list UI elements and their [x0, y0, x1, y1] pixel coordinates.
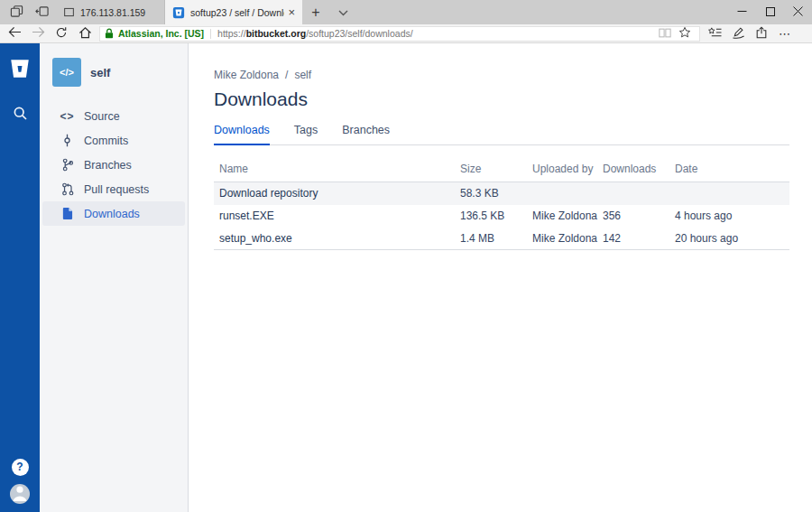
bitbucket-favicon-icon	[172, 6, 185, 19]
share-button[interactable]	[750, 24, 773, 42]
downloads-table: Name Size Uploaded by Downloads Date Dow…	[214, 160, 789, 250]
person-icon	[10, 484, 30, 504]
cell-date: 20 hours ago	[675, 228, 789, 250]
cell-name[interactable]: runset.EXE	[214, 205, 460, 228]
browser-tab-inactive[interactable]: 176.113.81.159	[55, 0, 165, 24]
restore-tabs-icon	[35, 5, 49, 21]
cell-uploaded-by: Mike Zoldona	[532, 228, 603, 250]
sidebar-item-branches[interactable]: Branches	[42, 153, 185, 177]
forward-arrow-icon	[32, 26, 45, 41]
table-row: Download repository 58.3 KB	[214, 182, 789, 205]
sidebar-item-label: Commits	[84, 135, 128, 147]
cell-uploaded-by: Mike Zoldona	[532, 205, 603, 228]
maximize-button[interactable]	[756, 0, 784, 24]
set-aside-tabs-button[interactable]	[6, 4, 26, 22]
sidebar-item-label: Source	[84, 110, 120, 123]
url-path: /softup23/self/downloads/	[306, 28, 413, 39]
cell-name[interactable]: setup_who.exe	[214, 228, 460, 250]
window-controls	[728, 0, 812, 24]
tab-preview-chevron-button[interactable]	[329, 0, 356, 24]
commits-icon	[60, 134, 75, 147]
back-button[interactable]	[3, 24, 26, 42]
close-tab-icon[interactable]: ×	[288, 6, 295, 18]
url-domain: bitbucket.org	[246, 28, 307, 39]
breadcrumb-owner-link[interactable]: Mike Zoldona	[214, 69, 279, 81]
repo-nav: <> Source Commits Branches	[40, 104, 188, 226]
cell-downloads: 142	[603, 228, 675, 250]
sidebar-item-label: Branches	[84, 159, 132, 172]
tab-label: 176.113.81.159	[80, 7, 157, 18]
address-bar[interactable]: Atlassian, Inc. [US] https://bitbucket.o…	[99, 26, 700, 42]
browser-titlebar: 176.113.81.159 softup23 / self / Downloa…	[0, 0, 812, 24]
close-icon	[793, 5, 803, 19]
table-row: setup_who.exe 1.4 MB Mike Zoldona 142 20…	[214, 228, 789, 250]
table-header-row: Name Size Uploaded by Downloads Date	[214, 160, 789, 182]
profile-avatar[interactable]	[10, 484, 30, 504]
branches-icon	[60, 158, 75, 172]
column-header-size[interactable]: Size	[460, 160, 532, 182]
restore-tabs-button[interactable]	[32, 4, 51, 22]
bitbucket-logo-icon[interactable]	[8, 57, 32, 84]
sidebar-item-source[interactable]: <> Source	[42, 104, 185, 128]
browser-tab-active[interactable]: softup23 / self / Downloads ×	[165, 0, 302, 24]
url-text[interactable]: https://bitbucket.org/softup23/self/down…	[217, 28, 413, 39]
chevron-down-icon	[338, 5, 348, 19]
titlebar-spacer	[356, 0, 728, 24]
cell-name[interactable]: Download repository	[214, 182, 460, 205]
hub-button[interactable]	[703, 24, 726, 42]
bitbucket-app: ? </> self <> Source Commits	[0, 43, 812, 512]
repo-avatar: </>	[52, 58, 81, 87]
reading-view-button[interactable]	[655, 27, 675, 41]
breadcrumb-separator: /	[285, 69, 288, 81]
home-icon	[78, 26, 92, 42]
repo-header[interactable]: </> self	[40, 58, 188, 87]
star-icon	[678, 26, 691, 42]
column-header-uploaded-by[interactable]: Uploaded by	[532, 160, 603, 182]
pull-requests-icon	[60, 182, 75, 196]
tab-tags[interactable]: Tags	[294, 124, 318, 144]
help-button[interactable]: ?	[12, 459, 29, 476]
lock-icon	[105, 28, 114, 39]
cell-downloads	[603, 182, 675, 205]
sidebar-item-downloads[interactable]: Downloads	[42, 201, 185, 226]
column-header-downloads[interactable]: Downloads	[603, 160, 675, 182]
cell-date	[675, 182, 789, 205]
back-arrow-icon	[8, 26, 22, 41]
favorite-star-button[interactable]	[675, 27, 695, 41]
browser-toolbar: Atlassian, Inc. [US] https://bitbucket.o…	[0, 24, 812, 43]
minimize-button[interactable]	[728, 0, 756, 24]
refresh-button[interactable]	[50, 24, 73, 42]
close-button[interactable]	[784, 0, 812, 24]
forward-button[interactable]	[26, 24, 50, 42]
browser-window: 176.113.81.159 softup23 / self / Downloa…	[0, 0, 812, 512]
content-tabs: Downloads Tags Branches	[214, 124, 789, 145]
tab-branches[interactable]: Branches	[342, 124, 390, 144]
downloads-icon	[60, 207, 75, 220]
global-nav-strip: ?	[0, 43, 40, 512]
new-tab-button[interactable]: +	[302, 0, 329, 24]
address-separator	[210, 29, 211, 39]
cell-uploaded-by	[532, 182, 603, 205]
home-button[interactable]	[73, 24, 97, 42]
sidebar-item-pull-requests[interactable]: Pull requests	[42, 177, 185, 201]
repo-name: self	[90, 66, 110, 79]
more-menu-button[interactable]: ⋯	[773, 24, 797, 42]
column-header-name[interactable]: Name	[214, 160, 460, 182]
hub-favorites-icon	[708, 26, 722, 42]
search-icon[interactable]	[12, 105, 29, 125]
repo-sidebar: </> self <> Source Commits	[40, 43, 189, 512]
refresh-icon	[55, 26, 68, 42]
web-note-button[interactable]	[726, 24, 750, 42]
tab-downloads[interactable]: Downloads	[214, 124, 270, 145]
share-icon	[755, 26, 768, 42]
cell-size: 58.3 KB	[460, 182, 532, 205]
cell-date: 4 hours ago	[675, 205, 789, 228]
set-aside-tabs-icon	[10, 5, 23, 21]
column-header-date[interactable]: Date	[675, 160, 789, 182]
breadcrumb-repo-link[interactable]: self	[294, 69, 311, 81]
security-badge[interactable]: Atlassian, Inc. [US]	[118, 28, 204, 39]
sidebar-item-commits[interactable]: Commits	[42, 128, 185, 153]
url-scheme: https://	[217, 28, 246, 39]
tab-label: softup23 / self / Downloads	[190, 7, 284, 18]
sidebar-item-label: Downloads	[84, 208, 140, 220]
